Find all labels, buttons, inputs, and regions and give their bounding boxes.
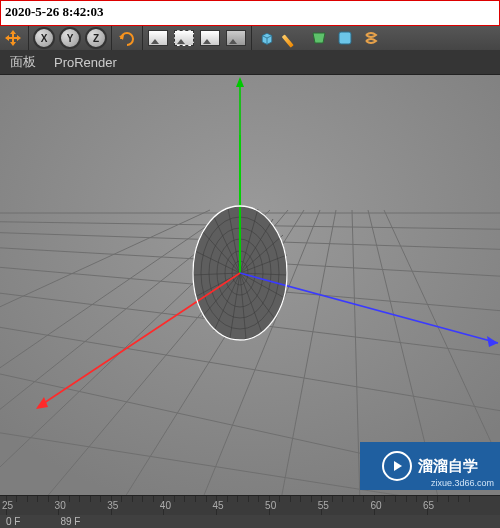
viewport-svg [0,75,500,495]
pen-tool-icon[interactable] [280,26,306,50]
watermark-title: 溜溜自学 [418,457,478,476]
timeline-tick: 55 [313,500,333,511]
timeline-tick: 40 [155,500,175,511]
deformer-icon[interactable] [306,26,332,50]
axis-z-button[interactable]: Z [83,26,109,50]
picture-viewer-icon[interactable] [197,26,223,50]
timestamp-text: 2020-5-26 8:42:03 [5,4,104,20]
timeline-tick: 25 [0,500,18,511]
timestamp-overlay: 2020-5-26 8:42:03 [0,0,500,26]
menu-panel[interactable]: 面板 [10,53,36,71]
axis-y-button[interactable]: Y [57,26,83,50]
render-region-icon[interactable] [171,26,197,50]
field-icon[interactable] [358,26,384,50]
move-icon[interactable] [0,26,26,50]
3d-viewport[interactable] [0,75,500,495]
timeline-tick: 60 [366,500,386,511]
frame-current: 89 F [60,516,80,527]
axis-y-label: Y [67,33,74,44]
axis-x-button[interactable]: X [31,26,57,50]
timeline-ruler[interactable]: 253035404550556065 [0,495,500,516]
watermark-url: zixue.3d66.com [431,478,494,488]
timeline-tick: 30 [50,500,70,511]
menu-prorender[interactable]: ProRender [54,55,117,70]
play-icon [382,451,412,481]
timeline-tick: 65 [419,500,439,511]
axis-z-label: Z [93,33,99,44]
viewport-menu-bar: 面板 ProRender [0,50,500,75]
main-toolbar: X Y Z [0,26,500,51]
render-image-icon[interactable] [145,26,171,50]
axis-x-label: X [41,33,48,44]
bottom-bar: 0 F 89 F [0,515,500,528]
render-settings-icon[interactable] [223,26,249,50]
timeline-tick: 45 [208,500,228,511]
cube-primitive-icon[interactable] [254,26,280,50]
redo-icon[interactable] [114,26,140,50]
generator-icon[interactable] [332,26,358,50]
watermark-badge: 溜溜自学 zixue.3d66.com [360,442,500,490]
frame-start: 0 F [6,516,20,527]
timeline-tick: 50 [261,500,281,511]
timeline-tick: 35 [103,500,123,511]
svg-rect-0 [339,32,351,44]
